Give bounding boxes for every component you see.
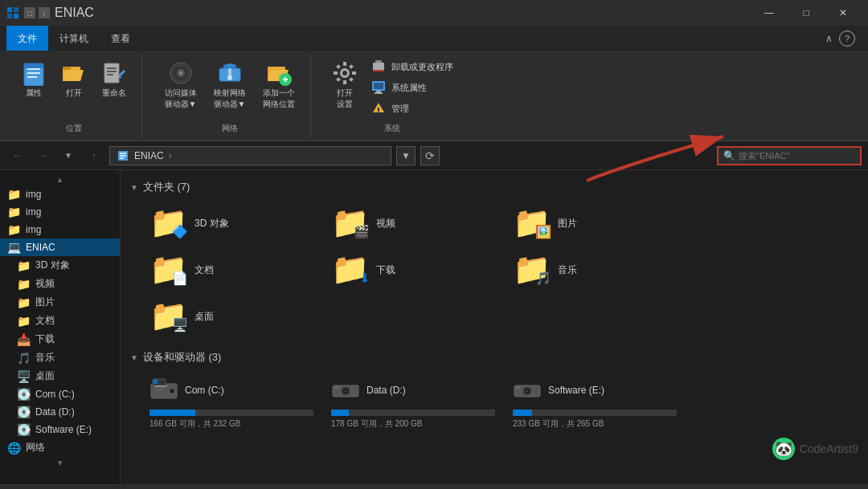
- svg-rect-42: [375, 92, 383, 94]
- ribbon-uninstall-btn[interactable]: 卸载或更改程序: [367, 57, 457, 76]
- ribbon: 文件 计算机 查看 ∧ ?: [0, 26, 868, 141]
- sidebar-scroll-up[interactable]: ▲: [0, 173, 120, 185]
- ribbon-group-location: 属性 打开: [6, 54, 142, 137]
- sidebar-item-desktop-label: 桌面: [35, 369, 55, 383]
- sidebar-item-videos[interactable]: 📁 视频: [0, 275, 120, 293]
- drive-c-size: 166 GB 可用，共 232 GB: [149, 418, 313, 430]
- history-dropdown-button[interactable]: ▼: [58, 145, 79, 166]
- ribbon-tab-view[interactable]: 查看: [100, 26, 141, 51]
- sidebar-item-music-label: 音乐: [35, 351, 55, 365]
- up-button[interactable]: ↑: [84, 145, 104, 166]
- window-controls: — □ ✕: [751, 0, 862, 26]
- svg-rect-48: [120, 157, 124, 159]
- folders-toggle[interactable]: ▼: [130, 183, 138, 192]
- add-network-icon: [266, 60, 292, 86]
- search-input[interactable]: [739, 151, 855, 161]
- ribbon-collapse-btn[interactable]: ∧: [825, 33, 833, 44]
- media-drive-icon: [168, 60, 194, 86]
- address-path[interactable]: ENIAC ›: [109, 146, 391, 165]
- folder-music[interactable]: 📁 🎵 音乐: [506, 249, 683, 291]
- quick-access-btn[interactable]: □: [24, 7, 35, 18]
- ribbon-tab-computer[interactable]: 计算机: [48, 26, 100, 51]
- sidebar-item-d-drive[interactable]: 💽 Data (D:): [0, 403, 120, 421]
- ribbon-open-btn[interactable]: 打开: [56, 57, 92, 102]
- svg-rect-66: [334, 389, 338, 389]
- folder-desktop[interactable]: 📁 🖥️ 桌面: [143, 295, 320, 337]
- ribbon-map-network-btn[interactable]: 映射网络驱动器▼: [207, 57, 252, 113]
- sidebar-item-pictures[interactable]: 📁 图片: [0, 293, 120, 312]
- sidebar-item-e-drive[interactable]: 💽 Software (E:): [0, 421, 120, 438]
- sidebar-item-downloads[interactable]: 📥 下载: [0, 330, 120, 348]
- sidebar-item-network[interactable]: 🌐 网络: [0, 438, 120, 457]
- ribbon-tab-file[interactable]: 文件: [6, 26, 48, 51]
- svg-rect-10: [63, 67, 71, 70]
- svg-rect-11: [104, 63, 119, 83]
- folder-videos[interactable]: 📁 🎬 视频: [325, 202, 502, 244]
- ribbon-help-btn[interactable]: ?: [839, 31, 855, 47]
- svg-rect-57: [154, 380, 155, 381]
- ribbon-rename-btn[interactable]: 重命名: [96, 57, 132, 102]
- sidebar-item-documents[interactable]: 📁 文档: [0, 312, 120, 330]
- folder-pictures[interactable]: 📁 🖼️ 图片: [506, 202, 683, 244]
- ribbon-group-network-items: 访问媒体驱动器▼ 映射网络驱动器▼: [158, 57, 301, 118]
- ribbon-group-location-label: 位置: [66, 120, 82, 134]
- close-button[interactable]: ✕: [825, 0, 862, 26]
- system-props-icon: [371, 79, 387, 96]
- sidebar-item-eniac[interactable]: 💻 ENIAC: [0, 238, 120, 256]
- drives-toggle[interactable]: ▼: [130, 353, 138, 362]
- folder-icon-2: 📁: [6, 206, 21, 218]
- back-button[interactable]: ←: [6, 145, 27, 166]
- folder-videos-label: 视频: [376, 217, 395, 230]
- folder-downloads[interactable]: 📁 ⬇ 下载: [325, 249, 502, 291]
- quick-access-toolbar: □ ↓: [24, 7, 50, 18]
- svg-rect-32: [336, 64, 341, 69]
- sidebar-scroll-down[interactable]: ▼: [0, 457, 120, 469]
- drive-d-info: Data (D:): [366, 385, 495, 397]
- map-network-label: 映射网络驱动器▼: [214, 88, 246, 110]
- folder-downloads-icon-wrapper: 📁 ⬇: [331, 254, 370, 286]
- svg-rect-8: [24, 63, 43, 68]
- maximize-button[interactable]: □: [788, 0, 825, 26]
- ribbon-properties-btn[interactable]: 属性: [16, 57, 51, 102]
- folder-3dobjects-icon-wrapper: 📁 🔷: [149, 207, 188, 239]
- e-drive-icon: 💽: [16, 423, 31, 436]
- ribbon-settings-btn[interactable]: 打开设置: [327, 57, 362, 113]
- ribbon-group-location-items: 属性 打开: [16, 57, 132, 118]
- drive-c[interactable]: Com (C:) 166 GB 可用，共 232 GB: [143, 373, 320, 434]
- sidebar-item-img1[interactable]: 📁 img: [0, 185, 120, 203]
- folder-documents[interactable]: 📁 📄 文档: [143, 249, 320, 291]
- documents-icon: 📁: [16, 315, 31, 328]
- address-path-part-eniac: ENIAC: [134, 150, 164, 161]
- ribbon-system-props-btn[interactable]: 系统属性: [367, 78, 457, 97]
- folder-music-label: 音乐: [558, 263, 577, 277]
- network-icon: 🌐: [6, 442, 21, 454]
- ribbon-group-network: 访问媒体驱动器▼ 映射网络驱动器▼: [149, 54, 311, 137]
- folder-3dobjects[interactable]: 📁 🔷 3D 对象: [143, 202, 320, 244]
- drive-d[interactable]: Data (D:) 178 GB 可用，共 200 GB: [325, 373, 502, 434]
- sidebar-item-d-drive-label: Data (D:): [35, 406, 75, 418]
- sidebar-item-music[interactable]: 🎵 音乐: [0, 348, 120, 367]
- computer-icon: 💻: [6, 241, 21, 254]
- ribbon-media-drive-btn[interactable]: 访问媒体驱动器▼: [158, 57, 203, 113]
- sidebar-item-c-drive[interactable]: 💽 Com (C:): [0, 385, 120, 403]
- address-dropdown-button[interactable]: ▼: [396, 146, 416, 165]
- ribbon-add-network-btn[interactable]: 添加一个网络位置: [256, 57, 301, 113]
- forward-button[interactable]: →: [32, 145, 53, 166]
- sidebar-item-desktop[interactable]: 🖥️ 桌面: [0, 367, 120, 385]
- refresh-button[interactable]: ⟳: [420, 146, 440, 165]
- sidebar-item-img3[interactable]: 📁 img: [0, 221, 120, 238]
- sidebar-item-3dobjects[interactable]: 📁 3D 对象: [0, 256, 120, 275]
- minimize-button[interactable]: —: [751, 0, 788, 26]
- sidebar-item-img2[interactable]: 📁 img: [0, 203, 120, 221]
- search-box[interactable]: 🔍: [717, 146, 862, 165]
- folder-icon: 📁: [6, 188, 21, 201]
- folder-pictures-overlay: 🖼️: [535, 224, 551, 239]
- drive-e-header: Software (E:): [513, 377, 677, 405]
- ribbon-manage-btn[interactable]: 管理: [367, 99, 457, 118]
- folder-music-overlay: 🎵: [535, 271, 551, 286]
- folder-3dobjects-label: 3D 对象: [194, 217, 229, 230]
- svg-rect-3: [14, 14, 18, 18]
- drive-e[interactable]: Software (E:) 233 GB 可用，共 265 GB: [506, 373, 683, 434]
- quick-access-btn2[interactable]: ↓: [39, 7, 50, 18]
- address-bar: ← → ▼ ↑ ENIAC › ▼ ⟳ 🔍: [0, 141, 868, 170]
